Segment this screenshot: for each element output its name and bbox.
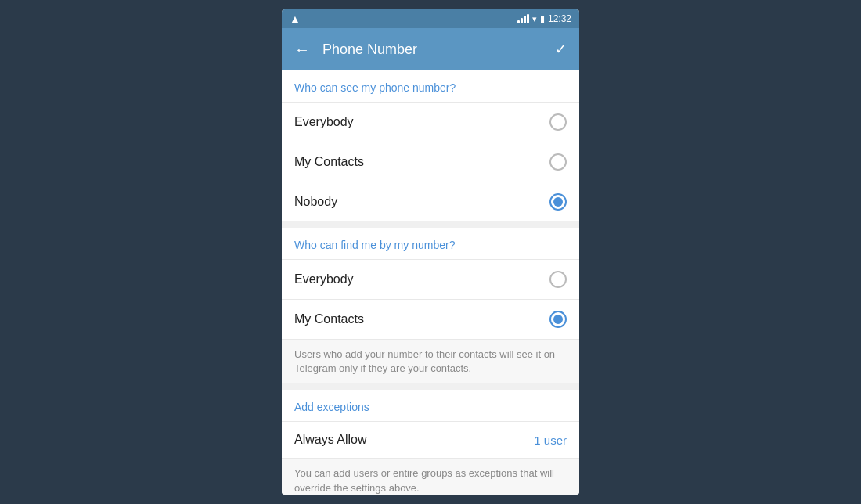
always-allow-row[interactable]: Always Allow 1 user: [282, 421, 579, 458]
back-button[interactable]: ←: [294, 41, 310, 59]
phone-frame: ▲ ▾ ▮ 12:32 ← Phone Number ✓ Who can see…: [282, 9, 579, 495]
status-time: 12:32: [548, 13, 571, 24]
status-bar: ▲ ▾ ▮ 12:32: [282, 9, 579, 28]
battery-icon: ▮: [540, 14, 545, 24]
my-contacts-find-option[interactable]: My Contacts: [282, 299, 579, 339]
app-header: ← Phone Number ✓: [282, 28, 579, 70]
everybody-find-label: Everybody: [294, 272, 354, 286]
find-by-number-info: Users who add your number to their conta…: [282, 339, 579, 383]
my-contacts-see-label: My Contacts: [294, 155, 364, 169]
content-area: Who can see my phone number? Everybody M…: [282, 70, 579, 495]
page-title: Phone Number: [322, 41, 555, 58]
nobody-see-radio[interactable]: [549, 193, 567, 211]
signal-icon: [517, 14, 529, 23]
nobody-see-label: Nobody: [294, 195, 337, 209]
everybody-find-radio[interactable]: [549, 271, 567, 288]
exceptions-section: Add exceptions Always Allow 1 user You c…: [282, 390, 579, 495]
status-bar-right: ▾ ▮ 12:32: [517, 13, 571, 24]
phone-visibility-title: Who can see my phone number?: [282, 70, 579, 102]
exceptions-info: You can add users or entire groups as ex…: [282, 458, 579, 495]
nobody-see-option[interactable]: Nobody: [282, 182, 579, 221]
confirm-button[interactable]: ✓: [555, 41, 567, 58]
find-by-number-title: Who can find me by my number?: [282, 228, 579, 259]
always-allow-label: Always Allow: [294, 433, 366, 447]
phone-visibility-section: Who can see my phone number? Everybody M…: [282, 70, 579, 221]
always-allow-count: 1 user: [534, 434, 567, 447]
status-bar-left: ▲: [290, 13, 301, 25]
everybody-see-label: Everybody: [294, 115, 354, 129]
wifi-icon: ▾: [532, 14, 537, 24]
everybody-find-option[interactable]: Everybody: [282, 259, 579, 299]
everybody-see-radio[interactable]: [549, 113, 567, 131]
find-by-number-section: Who can find me by my number? Everybody …: [282, 228, 579, 383]
my-contacts-find-label: My Contacts: [294, 312, 364, 326]
telegram-icon: ▲: [290, 13, 301, 25]
my-contacts-see-radio[interactable]: [549, 153, 567, 171]
my-contacts-find-radio[interactable]: [549, 311, 567, 328]
my-contacts-see-option[interactable]: My Contacts: [282, 142, 579, 182]
add-exceptions-title[interactable]: Add exceptions: [282, 390, 579, 421]
everybody-see-option[interactable]: Everybody: [282, 102, 579, 142]
